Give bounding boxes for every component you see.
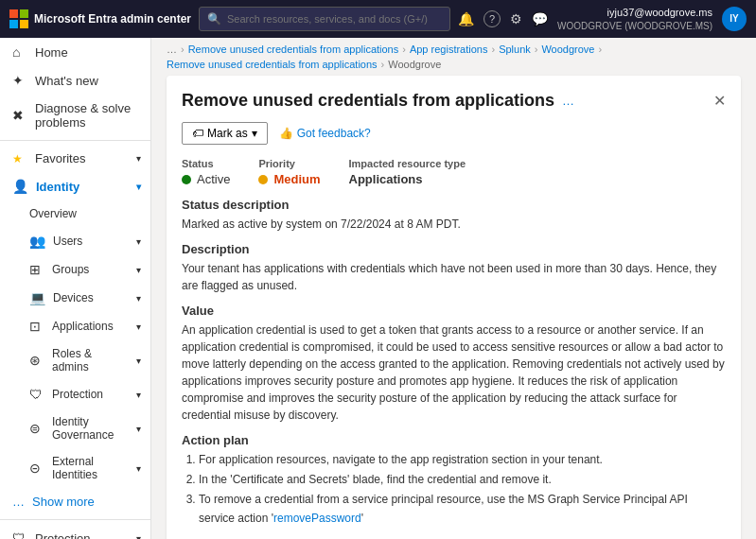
sidebar-item-overview[interactable]: Overview <box>0 200 150 227</box>
sidebar-item-label: Roles & admins <box>52 347 129 374</box>
panel-title: Remove unused credentials from applicati… <box>182 91 554 111</box>
devices-icon: 💻 <box>29 290 45 305</box>
mark-as-button[interactable]: 🏷 Mark as ▾ <box>182 122 268 145</box>
sidebar-item-label: Identity <box>36 180 79 194</box>
status-label: Status <box>182 158 230 169</box>
shield-icon: 🛡 <box>29 387 44 402</box>
roles-icon: ⊛ <box>29 353 44 368</box>
feedback-label: Got feedback? <box>297 127 371 140</box>
action-plan-label: Action plan <box>182 433 726 447</box>
status-description-section: Status description Marked as active by s… <box>182 198 726 233</box>
resource-type-value: Applications <box>349 172 423 186</box>
sidebar-item-whats-new[interactable]: ✦ What's new <box>0 66 150 95</box>
resource-type-col: Impacted resource type Applications <box>349 158 466 186</box>
svg-rect-1 <box>20 9 28 18</box>
external-icon: ⊝ <box>29 461 44 476</box>
chevron-down-icon: ▾ <box>136 533 141 540</box>
chevron-down-icon: ▾ <box>136 424 141 434</box>
action-step-1: For application resources, navigate to t… <box>199 451 726 469</box>
breadcrumb-link-2[interactable]: App registrations <box>410 43 488 55</box>
chevron-down-icon: ▾ <box>136 293 141 304</box>
search-icon: 🔍 <box>207 12 221 26</box>
breadcrumb-link-5[interactable]: Remove unused credentials from applicati… <box>167 59 378 70</box>
sidebar-item-label: What's new <box>35 74 98 88</box>
remove-password-link[interactable]: removePassword <box>273 512 361 525</box>
tools-icon: ✖ <box>12 108 27 123</box>
gear-icon[interactable]: ⚙ <box>510 11 522 26</box>
panel-header: Remove unused credentials from applicati… <box>182 91 726 111</box>
chevron-down-icon: ▾ <box>136 463 141 474</box>
sidebar-item-label: Protection <box>35 531 91 540</box>
main-layout: ⌂ Home ✦ What's new ✖ Diagnose & solve p… <box>0 38 756 539</box>
chevron-down-icon: ▾ <box>136 322 141 332</box>
sidebar-item-roles-admins[interactable]: ⊛ Roles & admins ▾ <box>0 340 150 380</box>
close-button[interactable]: ✕ <box>713 92 726 110</box>
sidebar-item-identity[interactable]: 👤 Identity ▾ <box>0 172 150 200</box>
question-icon[interactable]: ? <box>483 10 501 27</box>
sidebar-item-label: Overview <box>29 207 77 220</box>
sidebar: ⌂ Home ✦ What's new ✖ Diagnose & solve p… <box>0 38 151 539</box>
mark-as-label: Mark as <box>207 127 248 140</box>
breadcrumb-ellipsis: … <box>167 43 177 55</box>
chevron-down-icon: ▾ <box>136 236 141 247</box>
search-bar[interactable]: 🔍 <box>199 7 450 31</box>
sidebar-item-groups[interactable]: ⊞ Groups ▾ <box>0 255 150 284</box>
breadcrumb-current: Woodgrove <box>388 59 441 70</box>
description-label: Description <box>182 242 726 256</box>
chevron-down-icon: ▾ <box>136 390 141 400</box>
sidebar-item-label: Favorites <box>35 151 85 165</box>
user-email: iyju37@woodgrove.ms <box>557 6 712 19</box>
breadcrumb-link-3[interactable]: Splunk <box>499 43 531 55</box>
priority-dot <box>258 175 268 184</box>
thumbs-icon: 👍 <box>279 127 293 140</box>
star-icon: ★ <box>12 152 27 165</box>
bell-icon[interactable]: 🔔 <box>458 11 474 26</box>
user-info: iyju37@woodgrove.ms WOODGROVE (WOODGROVE… <box>557 6 712 31</box>
feedback-button[interactable]: 👍 Got feedback? <box>279 127 371 140</box>
main-panel: Remove unused credentials from applicati… <box>167 76 741 539</box>
sidebar-item-home[interactable]: ⌂ Home <box>0 38 150 66</box>
svg-rect-0 <box>9 9 18 18</box>
topbar-icons: 🔔 ? ⚙ 💬 iyju37@woodgrove.ms WOODGROVE (W… <box>458 6 747 31</box>
breadcrumb-link-4[interactable]: Woodgrove <box>541 43 594 55</box>
groups-icon: ⊞ <box>29 262 44 277</box>
chevron-down-icon: ▾ <box>136 356 141 366</box>
microsoft-icon <box>9 9 28 28</box>
sidebar-divider <box>0 140 150 141</box>
description-text: Your tenant has applications with creden… <box>182 260 726 294</box>
status-desc-text: Marked as active by system on 7/22/2024 … <box>182 216 726 233</box>
sidebar-item-protection[interactable]: 🛡 Protection ▾ <box>0 380 150 409</box>
sidebar-item-diagnose[interactable]: ✖ Diagnose & solve problems <box>0 95 150 136</box>
breadcrumb-link-1[interactable]: Remove unused credentials from applicati… <box>188 43 399 55</box>
action-step-3: To remove a credential from a service pr… <box>199 491 726 527</box>
sidebar-item-label: Identity Governance <box>52 415 129 442</box>
priority-label: Priority <box>258 158 320 169</box>
action-plan-section: Action plan For application resources, n… <box>182 433 726 528</box>
status-value: Active <box>197 172 230 186</box>
avatar[interactable]: IY <box>722 7 747 31</box>
active-dot <box>182 175 191 184</box>
sidebar-divider-2 <box>0 519 150 520</box>
chat-icon[interactable]: 💬 <box>532 11 548 26</box>
sidebar-item-identity-governance[interactable]: ⊜ Identity Governance ▾ <box>0 409 150 448</box>
value-text: An application credential is used to get… <box>182 322 726 424</box>
sidebar-item-devices[interactable]: 💻 Devices ▾ <box>0 284 150 312</box>
sidebar-item-label: Show more <box>32 495 95 509</box>
search-input[interactable] <box>227 13 442 25</box>
sparkle-icon: ✦ <box>12 73 27 88</box>
sidebar-item-label: Protection <box>52 388 103 401</box>
sidebar-item-applications[interactable]: ⊡ Applications ▾ <box>0 312 150 340</box>
panel-toolbar: 🏷 Mark as ▾ 👍 Got feedback? <box>182 122 726 145</box>
svg-rect-3 <box>20 20 28 28</box>
sidebar-item-external-identities[interactable]: ⊝ External Identities ▾ <box>0 448 150 488</box>
home-icon: ⌂ <box>12 44 27 60</box>
sidebar-item-favorites[interactable]: ★ Favorites ▾ <box>0 145 150 172</box>
svg-rect-2 <box>9 20 18 28</box>
dots-icon: … <box>12 495 25 509</box>
status-row: Status Active Priority Medium Impacted r… <box>182 158 726 186</box>
sidebar-item-show-more[interactable]: … Show more <box>0 488 150 515</box>
sidebar-item-protection2[interactable]: 🛡 Protection ▾ <box>0 524 150 539</box>
sidebar-item-label: Home <box>35 45 68 60</box>
sidebar-item-users[interactable]: 👥 Users ▾ <box>0 227 150 255</box>
value-label: Value <box>182 304 726 318</box>
